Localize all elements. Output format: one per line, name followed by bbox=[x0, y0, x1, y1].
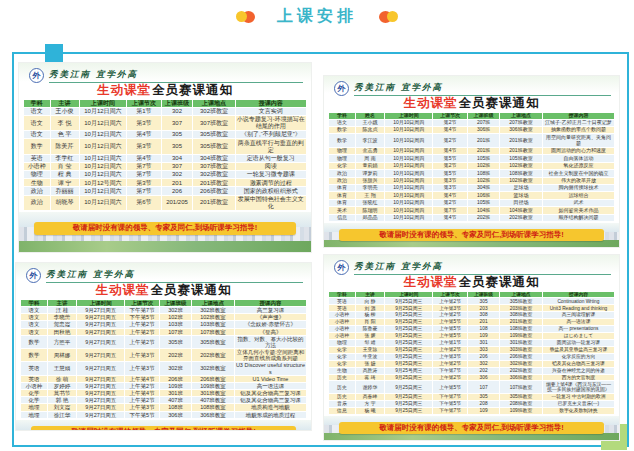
cell: 地理 bbox=[21, 404, 48, 411]
poster-title-red: 生动课堂 bbox=[97, 83, 151, 97]
cell: 第2节 bbox=[433, 199, 468, 206]
cell: 9月25日周三 bbox=[385, 408, 433, 415]
cell: 9月25日周三 bbox=[385, 326, 433, 333]
poster-title: 生动课堂全员赛课通知 bbox=[16, 283, 311, 298]
cell: 第5节 bbox=[433, 155, 468, 162]
cell: 9月27日周五 bbox=[77, 404, 125, 411]
cell: 小说专题复习-环境描写在结尾的作用 bbox=[235, 115, 306, 130]
poster-header: 外 秀美江南 宜学外高 bbox=[16, 263, 311, 283]
cell: 刘文霞 bbox=[47, 404, 76, 411]
cell: 数字化及数制转换 bbox=[542, 408, 614, 415]
cell: 张 媛 bbox=[355, 332, 384, 339]
cell: 10月10日周四 bbox=[385, 214, 433, 221]
table-header-row: 学科主讲上课时间上课节次上课班级上课地点授课内容 bbox=[21, 300, 307, 307]
cell: 发展中国特色社会主义文化 bbox=[235, 195, 306, 210]
cell: 307 bbox=[161, 162, 193, 170]
cell: 10月10日周四 bbox=[385, 177, 433, 184]
cell: 10月10日周四 bbox=[385, 155, 433, 162]
cell: 周林娜 bbox=[47, 349, 76, 362]
cell: 上午第2节 bbox=[125, 397, 160, 404]
cell: 下午第7节 bbox=[433, 367, 468, 374]
campus-trees bbox=[324, 240, 619, 247]
column-header: 授课内容 bbox=[235, 100, 306, 108]
cell: 立体几何小专题:空间距离和异面直线所成角系列题 bbox=[234, 349, 306, 362]
school-motto: 秀美江南 宜学外高 bbox=[354, 82, 443, 92]
cell: 物理 bbox=[329, 339, 356, 346]
cell: 圆周运动的向心力和速度 bbox=[542, 148, 614, 155]
cell: 407班 bbox=[160, 397, 192, 404]
cell: 10月10日周四 bbox=[385, 170, 433, 177]
cell: 方 宇 bbox=[355, 401, 384, 408]
cell: 圆周运动一轮复习课 bbox=[542, 339, 614, 346]
poster-title-red: 生动课堂 bbox=[404, 275, 458, 289]
cell: 第4节 bbox=[127, 154, 161, 162]
cell: 305班教室 bbox=[193, 139, 235, 154]
cell: 9月27日周五 bbox=[77, 362, 125, 375]
cell: 9月27日周五 bbox=[77, 314, 125, 321]
cell: 105班教室 bbox=[500, 155, 543, 162]
cell: 历史 bbox=[329, 394, 356, 401]
cell: 铝及其化合物高三复习课 bbox=[234, 397, 306, 404]
cell: 牛亚波 bbox=[355, 353, 384, 360]
table-row: 体育张晓红10月10日周四第2节105班田径场武术 bbox=[329, 199, 615, 206]
cell: 谭 宁 bbox=[50, 179, 79, 187]
cell: 10月10日周四 bbox=[385, 184, 433, 191]
cell: 201班 bbox=[468, 148, 500, 155]
table-row: 化学张 婕9月25日周三上午第2节302302班教室铝及其化合物高三复习课 bbox=[329, 360, 615, 367]
cell: 历史 bbox=[329, 381, 356, 394]
cell: 9月25日周三 bbox=[385, 305, 433, 312]
cell: 方照平 bbox=[47, 335, 76, 348]
cell: Unit3 Reading and thinking bbox=[542, 305, 614, 312]
cell: 109班 bbox=[160, 382, 192, 389]
cell: 两条直线平行与垂直的判定 bbox=[235, 139, 306, 154]
column-header: 授课内容 bbox=[542, 113, 614, 120]
cell: 江城子·乙卯正月二十日夜记梦 bbox=[542, 119, 614, 126]
table-row: 生物高胜涛9月25号周三下午第7节202202班教室兴奋在神经元之间的传递 bbox=[329, 367, 615, 374]
cell: 105班 bbox=[468, 155, 500, 162]
cell: 206班教室 bbox=[500, 353, 543, 360]
table-row: 英语徐 萌9月27日周五上午第4节206班206班教室U1 Video Time bbox=[21, 375, 307, 382]
schedule-table: 学科主讲上课时间上课节次上课班级上课地点授课内容语文汪 桂9月27日周五下午第7… bbox=[20, 299, 307, 419]
corner-square-top-left bbox=[45, 44, 63, 62]
cell: 102班教室 bbox=[500, 162, 543, 169]
cell: 305班教室 bbox=[193, 131, 235, 139]
cell: 顺序结构解决问题 bbox=[542, 214, 614, 221]
cell: 206班教室 bbox=[193, 187, 235, 195]
cell: 102班 bbox=[160, 314, 192, 321]
table-row: 政治谭梦莉10月10日周四第5节108班108班教室社会主义制度在中国的确立 bbox=[329, 170, 615, 177]
cell: 202班 bbox=[468, 214, 500, 221]
cell: 高春峰 bbox=[355, 394, 384, 401]
poster-title: 生动课堂全员赛课通知 bbox=[324, 275, 619, 290]
table-row: 小语种肖 莹10月12日周六第7节307307班教室阅读 bbox=[24, 162, 307, 170]
cell: 王小俊 bbox=[50, 107, 79, 115]
cell: 206 bbox=[161, 187, 193, 195]
cell: 10月12日周六 bbox=[79, 162, 127, 170]
column-header: 上课时间 bbox=[385, 113, 433, 120]
cell: 305班 bbox=[160, 335, 192, 348]
cell: 高一 presentations bbox=[542, 326, 614, 333]
cell: 302班 bbox=[160, 307, 192, 314]
cell: 下午第5节 bbox=[433, 401, 468, 408]
cell: 英语 bbox=[329, 305, 356, 312]
cell: 第3节 bbox=[127, 115, 161, 130]
motto-underline: 秀美江南 宜学外高 bbox=[354, 255, 611, 275]
table-row: 数学陈美芹10月12日周六第3节305305班教室两条直线平行与垂直的判定 bbox=[24, 139, 307, 154]
schedule-table: 学科主讲上课时间上课节次上课班级上课地点授课内容英语向 静9月25日周三上午第2… bbox=[328, 291, 615, 415]
table-row: 数学李江波10月10日周四第2节201班201班教室用空间向量研究距离、夹角问题 bbox=[329, 134, 615, 148]
cell: 10月10日周四 bbox=[385, 207, 433, 214]
cell: 小语种 bbox=[329, 312, 356, 319]
cell: 武术 bbox=[542, 199, 614, 206]
cell: 体育 bbox=[329, 192, 356, 199]
poster-title-rest: 全员赛课通知 bbox=[459, 96, 540, 110]
cell: 102班 bbox=[468, 177, 500, 184]
cell: 9月25日周三 bbox=[385, 381, 433, 394]
cell: 上午第3节 bbox=[125, 362, 160, 375]
cell: 202班教室 bbox=[500, 367, 543, 374]
cell: 徐江华 bbox=[47, 411, 76, 418]
cell: 201 bbox=[468, 319, 500, 326]
cell: 上午第2节 bbox=[433, 360, 468, 367]
cell: 定语从句一般复习 bbox=[235, 154, 306, 162]
notice-poster-bottom-left: 外 秀美江南 宜学外高 生动课堂全员赛课通知 学科主讲上课时间上课节次上课班级上… bbox=[15, 262, 312, 431]
cell: 106班 bbox=[468, 192, 500, 199]
cell: 303班教室 bbox=[500, 346, 543, 353]
